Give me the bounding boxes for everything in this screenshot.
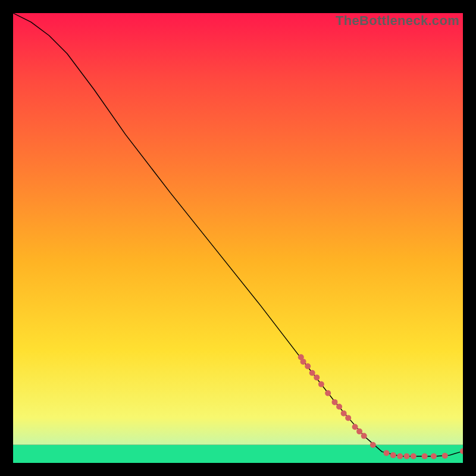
data-marker: [384, 450, 390, 456]
data-marker: [325, 390, 331, 396]
gradient-background: [13, 13, 463, 445]
plot-area: TheBottleneck.com: [13, 13, 463, 463]
data-marker: [397, 453, 403, 459]
data-marker: [300, 359, 306, 365]
data-marker: [390, 452, 396, 458]
data-marker: [345, 415, 351, 421]
data-marker: [370, 442, 376, 448]
data-marker: [431, 453, 437, 459]
data-marker: [314, 374, 320, 380]
data-marker: [305, 364, 311, 369]
data-marker: [361, 433, 367, 439]
data-marker: [318, 381, 324, 387]
data-marker: [404, 453, 410, 459]
data-marker: [336, 404, 342, 410]
data-marker: [422, 453, 428, 459]
data-marker: [341, 411, 347, 416]
data-marker: [352, 424, 358, 430]
data-marker: [411, 453, 416, 459]
chart-svg: [13, 13, 463, 463]
data-marker: [309, 370, 315, 376]
chart-container: TheBottleneck.com: [0, 0, 476, 476]
data-marker: [332, 399, 338, 405]
data-marker: [356, 428, 362, 434]
data-marker: [442, 453, 448, 459]
